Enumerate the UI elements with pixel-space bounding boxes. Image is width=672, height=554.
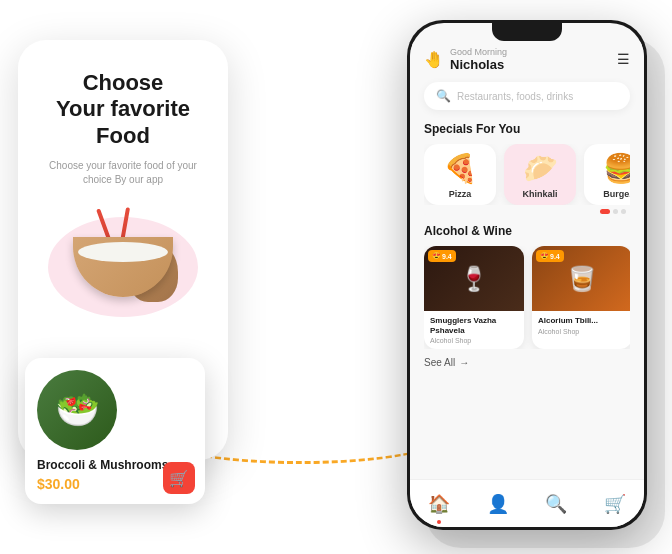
pizza-label: Pizza xyxy=(449,189,472,199)
add-to-cart-button[interactable]: 🛒 xyxy=(163,462,195,494)
special-card-burger[interactable]: 🍔 Burge... xyxy=(584,144,630,205)
specials-section-title: Specials For You xyxy=(424,122,630,136)
nav-home-button[interactable]: 🏠 xyxy=(423,488,455,520)
see-all-link[interactable]: See All → xyxy=(424,357,630,368)
good-morning-label: Good Morning xyxy=(450,47,507,57)
menu-icon[interactable]: ☰ xyxy=(617,51,630,67)
alcohol-info-1: Smugglers Vazha Pshavela Alcohol Shop xyxy=(424,311,524,349)
rating-badge-1: 😍 9.4 xyxy=(428,250,456,262)
left-phone-title: Choose Your favorite Food xyxy=(56,70,190,149)
alcohol-info-2: Alcorium Tbili... Alcohol Shop xyxy=(532,311,630,340)
search-placeholder-text: Restaurants, foods, drinks xyxy=(457,91,573,102)
app-header: 🤚 Good Morning Nicholas ☰ xyxy=(424,47,630,72)
greeting-area: 🤚 Good Morning Nicholas xyxy=(424,47,507,72)
alcohol-card-1[interactable]: 🍷 😍 9.4 Smugglers Vazha Pshavela Alcohol… xyxy=(424,246,524,349)
alcohol-image-1: 🍷 😍 9.4 xyxy=(424,246,524,311)
bottom-navigation: 🏠 👤 🔍 🛒 xyxy=(410,479,644,527)
right-phone: 🤚 Good Morning Nicholas ☰ 🔍 Restaurants,… xyxy=(407,20,647,530)
special-card-pizza[interactable]: 🍕 Pizza xyxy=(424,144,496,205)
rice-bowl-illustration xyxy=(58,207,188,317)
nav-profile-button[interactable]: 👤 xyxy=(482,488,514,520)
nav-search-button[interactable]: 🔍 xyxy=(540,488,572,520)
alcohol-row: 🍷 😍 9.4 Smugglers Vazha Pshavela Alcohol… xyxy=(424,246,630,349)
specials-dots xyxy=(424,209,630,214)
wine-bottles-icon: 🍷 xyxy=(459,265,489,293)
rating-value-1: 9.4 xyxy=(442,253,452,260)
dot-2 xyxy=(621,209,626,214)
alcohol-type-1: Alcohol Shop xyxy=(430,337,518,344)
see-all-text: See All xyxy=(424,357,455,368)
search-icon: 🔍 xyxy=(436,89,451,103)
greeting-icon: 🤚 xyxy=(424,50,444,69)
left-phone-subtitle: Choose your favorite food of your choice… xyxy=(38,159,208,187)
special-card-khinkali[interactable]: 🥟 Khinkali xyxy=(504,144,576,205)
pizza-icon: 🍕 xyxy=(443,152,478,185)
alcohol-type-2: Alcohol Shop xyxy=(538,328,626,335)
see-all-arrow-icon: → xyxy=(459,357,469,368)
user-name-label: Nicholas xyxy=(450,57,507,72)
alcohol-name-1: Smugglers Vazha Pshavela xyxy=(430,316,518,335)
home-active-dot xyxy=(437,520,441,524)
alcohol-name-2: Alcorium Tbili... xyxy=(538,316,626,326)
burger-label: Burge... xyxy=(603,189,630,199)
greeting-text: Good Morning Nicholas xyxy=(450,47,507,72)
burger-icon: 🍔 xyxy=(603,152,631,185)
dot-active xyxy=(600,209,610,214)
search-bar[interactable]: 🔍 Restaurants, foods, drinks xyxy=(424,82,630,110)
khinkali-label: Khinkali xyxy=(522,189,557,199)
nav-cart-button[interactable]: 🛒 xyxy=(599,488,631,520)
alcohol-card-2[interactable]: 🥃 😍 9.4 Alcorium Tbili... Alcohol Shop xyxy=(532,246,630,349)
rating-badge-2: 😍 9.4 xyxy=(536,250,564,262)
khinkali-icon: 🥟 xyxy=(523,152,558,185)
food-card: Broccoli & Mushrooms $30.00 🛒 xyxy=(25,358,205,504)
whiskey-icon: 🥃 xyxy=(567,265,597,293)
dot-1 xyxy=(613,209,618,214)
rating-value-2: 9.4 xyxy=(550,253,560,260)
alcohol-image-2: 🥃 😍 9.4 xyxy=(532,246,630,311)
specials-row: 🍕 Pizza 🥟 Khinkali 🍔 Burge... xyxy=(424,144,630,205)
food-card-image xyxy=(37,370,117,450)
phone-notch xyxy=(492,23,562,41)
alcohol-section-title: Alcohol & Wine xyxy=(424,224,630,238)
